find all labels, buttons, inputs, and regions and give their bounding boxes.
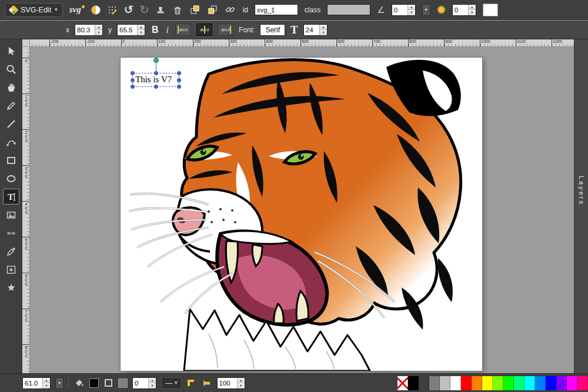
tool-eyedropper[interactable] <box>3 243 19 259</box>
zoom-spinner[interactable]: ▲ ▼ <box>22 377 51 389</box>
spin-up-icon[interactable]: ▲ <box>149 378 156 384</box>
spin-down-icon[interactable]: ▼ <box>149 383 156 388</box>
selection-handle-n[interactable] <box>154 71 158 75</box>
blur-spinner[interactable]: ▲ ▼ <box>452 4 476 16</box>
angle-spinner-arrows[interactable]: ▲ ▼ <box>407 5 415 15</box>
selection-handle-w[interactable] <box>131 78 135 82</box>
spin-up-icon[interactable]: ▲ <box>320 25 327 31</box>
stroke-color-swatch[interactable] <box>118 378 128 388</box>
selection-handle-se[interactable] <box>177 85 181 89</box>
palette-swatch[interactable] <box>419 376 429 390</box>
spin-up-icon[interactable]: ▲ <box>238 378 245 384</box>
spin-down-icon[interactable]: ▼ <box>95 30 102 35</box>
palette-swatch[interactable] <box>408 376 419 390</box>
make-link-button[interactable] <box>225 3 236 17</box>
zoom-input[interactable] <box>23 378 42 388</box>
palette-swatch[interactable] <box>440 376 450 390</box>
palette-swatch[interactable] <box>429 376 440 390</box>
element-class-input[interactable] <box>327 4 370 15</box>
text-anchor-middle-button[interactable]: abcd <box>196 24 212 36</box>
x-position-spinner[interactable]: ▲ ▼ <box>75 24 103 36</box>
spin-down-icon[interactable]: ▼ <box>138 30 145 35</box>
stroke-linecap-icon[interactable] <box>202 378 212 388</box>
palette-swatch[interactable] <box>450 376 461 390</box>
y-spinner-arrows[interactable]: ▲ ▼ <box>137 25 145 35</box>
editor-preferences-button[interactable] <box>107 3 118 17</box>
main-menu-button[interactable]: SVG-Edit ▾ <box>5 3 63 17</box>
palette-swatch[interactable] <box>567 376 577 390</box>
tool-select[interactable] <box>3 43 19 59</box>
palette-swatch[interactable] <box>577 376 588 390</box>
text-anchor-end-button[interactable]: abcd <box>218 24 233 36</box>
spin-down-icon[interactable]: ▼ <box>238 383 245 388</box>
opacity-input[interactable] <box>218 378 237 388</box>
layers-panel-toggle[interactable]: Layers <box>574 39 588 373</box>
tool-zoom[interactable] <box>3 61 19 77</box>
y-position-input[interactable] <box>118 25 137 35</box>
text-anchor-start-button[interactable]: abcd <box>175 24 191 36</box>
spin-down-icon[interactable]: ▼ <box>43 383 50 388</box>
tool-rectangle[interactable] <box>3 152 19 168</box>
palette-swatch[interactable] <box>503 376 514 390</box>
selection-handle-e[interactable] <box>177 78 181 82</box>
tool-shape-library[interactable] <box>3 262 19 277</box>
selection-box[interactable]: This is V7 <box>132 73 179 87</box>
x-spinner-arrows[interactable]: ▲ ▼ <box>95 25 102 35</box>
angle-presets-button[interactable]: ▾ <box>422 4 430 16</box>
svg-canvas[interactable]: This is V7 <box>121 58 482 371</box>
stroke-width-input[interactable] <box>133 378 148 388</box>
font-size-spinner-arrows[interactable]: ▲ ▼ <box>319 25 327 35</box>
angle-input[interactable] <box>392 5 407 15</box>
bold-button[interactable]: B <box>151 25 160 35</box>
spin-down-icon[interactable]: ▼ <box>469 10 476 15</box>
stroke-linejoin-icon[interactable] <box>186 378 197 388</box>
spin-down-icon[interactable]: ▼ <box>408 10 415 15</box>
tool-star[interactable]: ★ <box>3 280 19 296</box>
zoom-spinner-arrows[interactable]: ▲ ▼ <box>42 378 50 388</box>
selection-handle-ne[interactable] <box>177 71 181 75</box>
spin-up-icon[interactable]: ▲ <box>95 25 102 31</box>
italic-button[interactable]: i <box>165 25 170 35</box>
move-to-bottom-button[interactable] <box>207 3 218 17</box>
blur-spinner-arrows[interactable]: ▲ ▼ <box>468 5 476 15</box>
selection-handle-nw[interactable] <box>131 71 135 75</box>
element-id-input[interactable] <box>255 4 298 15</box>
spin-up-icon[interactable]: ▲ <box>138 25 145 31</box>
x-position-input[interactable] <box>75 25 95 35</box>
palette-swatch[interactable] <box>546 376 556 390</box>
tool-line[interactable] <box>3 116 19 132</box>
palette-swatch[interactable] <box>482 376 493 390</box>
fill-color-swatch[interactable] <box>89 378 99 388</box>
move-to-top-button[interactable] <box>189 3 201 17</box>
blur-input[interactable] <box>453 5 468 15</box>
y-position-spinner[interactable]: ▲ ▼ <box>117 24 145 36</box>
tool-pencil[interactable] <box>3 98 19 113</box>
palette-swatch[interactable] <box>556 376 567 390</box>
zoom-presets-button[interactable]: ▾ <box>55 377 64 389</box>
canvas-workspace[interactable]: This is V7 <box>30 47 574 373</box>
angle-spinner[interactable]: ▲ ▼ <box>392 4 416 16</box>
tool-ellipse[interactable] <box>3 170 19 186</box>
tool-pan[interactable] <box>3 79 19 95</box>
opacity-spinner[interactable]: ▲ ▼ <box>217 377 245 389</box>
document-properties-button[interactable] <box>91 3 101 17</box>
tool-connector[interactable] <box>3 225 19 241</box>
undo-button[interactable]: ↺ <box>124 3 133 17</box>
tool-text[interactable]: T <box>3 189 19 205</box>
selection-handle-sw[interactable] <box>131 85 135 89</box>
palette-swatch[interactable] <box>461 376 472 390</box>
stroke-width-spinner[interactable]: ▲ ▼ <box>132 377 156 389</box>
palette-swatch[interactable] <box>514 376 524 390</box>
font-size-input[interactable] <box>304 25 319 35</box>
edit-source-button[interactable]: svg <box>69 3 85 17</box>
spin-up-icon[interactable]: ▲ <box>43 378 50 384</box>
clone-button[interactable] <box>155 3 166 17</box>
spin-up-icon[interactable]: ▲ <box>408 5 415 11</box>
rotation-handle[interactable] <box>153 58 159 63</box>
selected-text-element[interactable]: This is V7 <box>135 75 172 85</box>
stroke-dash-select[interactable]: — ▾ <box>161 377 182 389</box>
font-size-spinner[interactable]: ▲ ▼ <box>303 24 328 36</box>
palette-swatch[interactable] <box>493 376 503 390</box>
palette-swatch[interactable] <box>524 376 535 390</box>
spin-up-icon[interactable]: ▲ <box>469 5 476 11</box>
